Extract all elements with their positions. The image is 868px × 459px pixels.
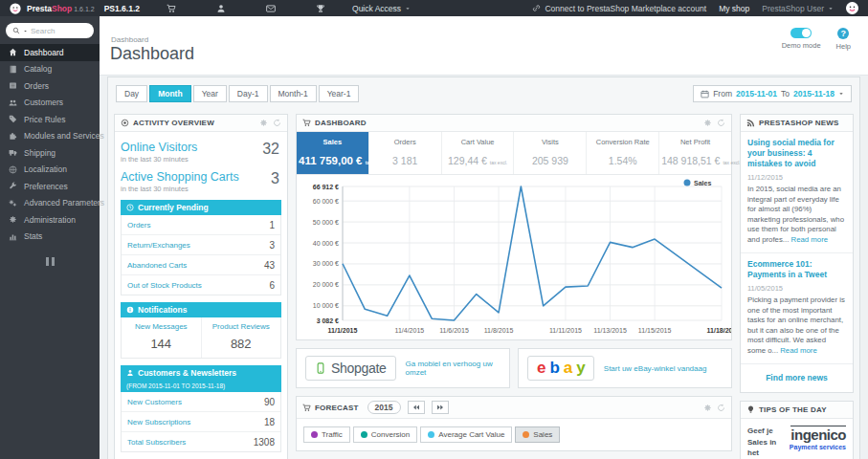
envelope-icon[interactable]	[266, 4, 276, 13]
row-label-link[interactable]: Return/Exchanges	[127, 241, 190, 250]
row-label-link[interactable]: Out of Stock Products	[127, 281, 202, 290]
search-icon	[12, 27, 20, 34]
cart-icon[interactable]	[167, 4, 176, 13]
chevron-down-icon[interactable]	[23, 29, 28, 33]
prestashop-logo[interactable]	[10, 3, 21, 14]
sidebar-collapse-button[interactable]	[0, 257, 100, 266]
row-label-link[interactable]: Abandoned Carts	[127, 261, 187, 270]
sidebar-item-orders[interactable]: Orders	[0, 77, 100, 95]
sidebar-item-catalog[interactable]: Catalog	[0, 61, 100, 78]
news-title-link[interactable]: Using social media for your business: 4 …	[747, 138, 846, 169]
user-avatar[interactable]	[846, 2, 858, 14]
news-title-link[interactable]: Ecommerce 101: Payments in a Tweet	[747, 259, 846, 280]
kpi-suffix: tax excl.	[723, 160, 740, 165]
panel-refresh-icon[interactable]	[273, 119, 281, 127]
notification-link[interactable]: Product Reviews	[206, 322, 278, 331]
trophy-icon[interactable]	[316, 4, 325, 13]
read-more-link[interactable]: Read more	[780, 346, 817, 355]
rss-icon	[746, 119, 755, 127]
kpi-conversion-rate[interactable]: Conversion Rate1.54%	[587, 132, 659, 174]
skip-back-button[interactable]	[408, 401, 425, 414]
row-label-link[interactable]: New Subscriptions	[127, 418, 190, 426]
sidebar-item-customers[interactable]: Customers	[0, 95, 100, 112]
news-date: 11/05/2015	[747, 284, 846, 293]
sidebar-item-modules-and-services[interactable]: Modules and Services	[0, 128, 100, 145]
sidebar-item-administration[interactable]: Administration	[0, 211, 100, 229]
my-shop-link[interactable]: My shop	[719, 4, 749, 13]
forecast-toggle-sales[interactable]: Sales	[515, 426, 560, 443]
header-tools: Demo mode ? Help	[782, 28, 851, 51]
tab-day-1[interactable]: Day-1	[229, 85, 268, 102]
online-visitors-stat: Online Visitors 32 in the last 30 minute…	[121, 141, 281, 164]
find-more-news-link[interactable]: Find more news	[741, 364, 853, 392]
skip-forward-button[interactable]	[432, 401, 449, 414]
kpi-cart-value[interactable]: Cart Value129,44 € tax excl.	[442, 132, 515, 174]
notification-value: 144	[125, 337, 197, 351]
ebay-letter: a	[564, 359, 571, 378]
sidebar-item-dashboard[interactable]: Dashboard	[0, 44, 100, 61]
quick-access-menu[interactable]: Quick Access	[352, 4, 411, 13]
svg-text:11/15/2015: 11/15/2015	[638, 327, 672, 334]
marketplace-link[interactable]: Connect to PrestaShop Marketplace accoun…	[532, 4, 706, 13]
panel-actions	[703, 119, 725, 127]
forecast-panel: FORECAST 2015 TrafficConversionAverage C…	[296, 396, 732, 451]
svg-text:66 912 €: 66 912 €	[313, 184, 339, 190]
panel-header: ACTIVITY OVERVIEW	[115, 115, 287, 132]
tab-month[interactable]: Month	[149, 85, 191, 102]
date-prefix: From	[713, 89, 732, 98]
panel-refresh-icon[interactable]	[717, 119, 725, 127]
online-visitors-link[interactable]: Online Visitors	[121, 141, 253, 154]
panel-settings-icon[interactable]	[259, 119, 268, 127]
kpi-label: Cart Value	[444, 138, 512, 146]
search-input[interactable]	[31, 27, 87, 35]
date-to: 2015-11-18	[793, 89, 835, 98]
active-carts-stat: Active Shopping Carts 3 in the last 30 m…	[121, 170, 281, 193]
panel-settings-icon[interactable]	[703, 119, 712, 127]
pending-list: Orders1Return/Exchanges3Abandoned Carts4…	[121, 215, 281, 295]
sidebar-item-price-rules[interactable]: Price Rules	[0, 111, 100, 128]
row-label-link[interactable]: Orders	[127, 221, 150, 230]
tab-year-1[interactable]: Year-1	[319, 85, 360, 102]
kpi-visits[interactable]: Visits205 939	[514, 132, 587, 174]
demo-mode-toggle[interactable]	[790, 28, 812, 38]
table-row: Abandoned Carts43	[122, 255, 280, 275]
notification-link[interactable]: New Messages	[125, 322, 197, 331]
person-icon[interactable]	[216, 4, 226, 13]
sidebar-item-stats[interactable]: Stats	[0, 229, 100, 246]
table-row: New Subscriptions18	[122, 412, 280, 432]
sidebar-item-shipping[interactable]: Shipping	[0, 144, 100, 162]
tab-day[interactable]: Day	[116, 85, 147, 102]
tab-year[interactable]: Year	[193, 85, 227, 102]
panel-settings-icon[interactable]	[703, 404, 712, 412]
sidebar-menu: DashboardCatalogOrdersCustomersPrice Rul…	[0, 44, 100, 245]
forecast-toggle-average-cart-value[interactable]: Average Cart Value	[420, 426, 512, 443]
sidebar-item-preferences[interactable]: Preferences	[0, 178, 100, 195]
row-label-link[interactable]: Total Subscribers	[127, 438, 186, 447]
ebay-link[interactable]: Start uw eBay-winkel vandaag	[604, 364, 707, 373]
shopgate-link[interactable]: Ga mobiel en verhoog uw omzet	[406, 360, 501, 377]
cart-icon	[302, 119, 311, 127]
user-menu[interactable]: PrestaShop User	[762, 4, 834, 13]
forecast-toggle-conversion[interactable]: Conversion	[353, 426, 417, 443]
row-label-link[interactable]: New Customers	[127, 398, 182, 406]
active-carts-link[interactable]: Active Shopping Carts	[121, 170, 253, 184]
table-row: Total Subscribers1308	[122, 432, 280, 451]
sales-chart: 66 912 €60 000 €50 000 €40 000 €30 000 €…	[297, 175, 731, 339]
panel-refresh-icon[interactable]	[717, 404, 725, 412]
chevron-down-icon	[838, 91, 844, 97]
period-tabs: DayMonthYearDay-1Month-1Year-1	[116, 85, 359, 102]
kpi-sales[interactable]: Sales411 759,00 € tax excl.	[297, 132, 369, 174]
kpi-orders[interactable]: Orders3 181	[369, 132, 442, 174]
date-range-button[interactable]: From 2015-11-01 To 2015-11-18	[693, 85, 852, 102]
user-name: PrestaShop User	[762, 4, 824, 13]
shopgate-ad-panel: Shopgate Ga mobiel en verhoog uw omzet	[296, 348, 510, 388]
help-icon[interactable]: ?	[837, 28, 849, 39]
sidebar-item-localization[interactable]: Localization	[0, 162, 100, 179]
tab-month-1[interactable]: Month-1	[270, 85, 317, 102]
sidebar-item-advanced-parameters[interactable]: Advanced Parameters	[0, 195, 100, 212]
shopgate-brand: Shopgate	[331, 361, 387, 376]
chevron-down-icon	[828, 6, 834, 11]
read-more-link[interactable]: Read more	[791, 235, 829, 244]
kpi-net-profit[interactable]: Net Profit148 918,51 € tax excl.	[659, 132, 731, 174]
forecast-toggle-traffic[interactable]: Traffic	[303, 426, 350, 443]
